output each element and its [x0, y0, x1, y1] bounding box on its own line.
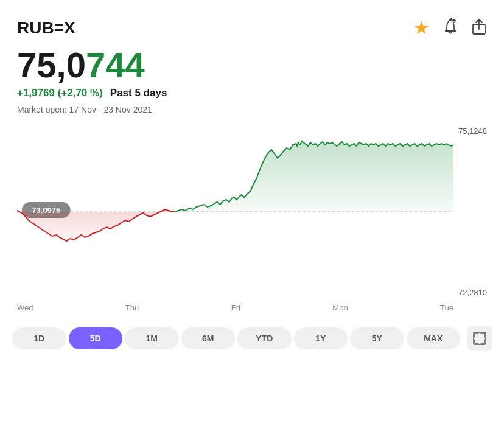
- x-label-tue: Tue: [440, 303, 453, 312]
- price-display: 75,0744: [17, 46, 487, 85]
- range-max[interactable]: MAX: [407, 327, 461, 349]
- range-1y[interactable]: 1Y: [294, 327, 348, 349]
- chart-high-label: 75,1248: [458, 127, 487, 136]
- chart-svg: 73,0975: [17, 127, 453, 297]
- expand-icon: [473, 332, 486, 345]
- x-label-fri: Fri: [231, 303, 240, 312]
- ticker-symbol: RUB=X: [17, 18, 75, 38]
- market-open: Market open: 17 Nov - 23 Nov 2021: [0, 105, 504, 114]
- expand-button[interactable]: [467, 326, 492, 351]
- chart-container: 75,1248 72,2810: [17, 127, 487, 315]
- star-icon[interactable]: ★: [413, 17, 430, 38]
- time-range-bar: 1D 5D 1M 6M YTD 1Y 5Y MAX: [0, 315, 504, 357]
- header: RUB=X ★ +: [0, 0, 504, 46]
- bell-icon[interactable]: +: [442, 18, 459, 38]
- svg-text:+: +: [453, 19, 455, 23]
- range-6m[interactable]: 6M: [181, 327, 236, 349]
- price-green: 744: [86, 45, 145, 85]
- chart-low-label: 72,2810: [458, 288, 487, 297]
- range-1d[interactable]: 1D: [12, 327, 66, 349]
- x-axis: Wed Thu Fri Mon Tue: [17, 303, 453, 312]
- range-buttons: 1D 5D 1M 6M YTD 1Y 5Y MAX: [12, 327, 460, 349]
- price-change-row: +1,9769 (+2,70 %) Past 5 days: [17, 87, 487, 99]
- range-5y[interactable]: 5Y: [350, 327, 404, 349]
- period-label: Past 5 days: [110, 87, 167, 99]
- x-label-mon: Mon: [332, 303, 348, 312]
- header-icons: ★ +: [413, 17, 487, 38]
- x-label-thu: Thu: [125, 303, 139, 312]
- range-1m[interactable]: 1M: [125, 327, 179, 349]
- range-ytd[interactable]: YTD: [237, 327, 292, 349]
- price-section: 75,0744 +1,9769 (+2,70 %) Past 5 days: [0, 46, 504, 103]
- price-change: +1,9769 (+2,70 %): [17, 87, 103, 99]
- range-5d[interactable]: 5D: [69, 327, 123, 349]
- price-black: 75,0: [17, 45, 86, 85]
- svg-rect-8: [474, 332, 486, 344]
- x-label-wed: Wed: [17, 303, 33, 312]
- share-icon[interactable]: [471, 18, 487, 38]
